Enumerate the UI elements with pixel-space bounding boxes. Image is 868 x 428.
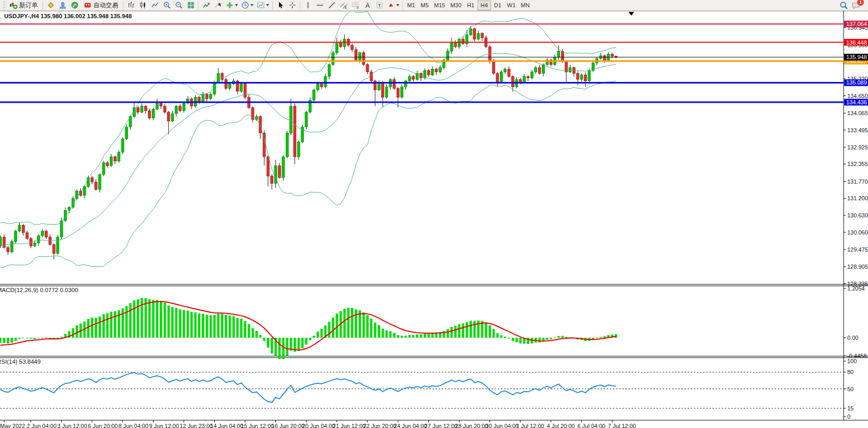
price-tick-label: 134.065 xyxy=(847,110,868,116)
market-watch-button[interactable] xyxy=(45,1,57,10)
svg-text:F: F xyxy=(357,6,359,10)
toolbar-separator xyxy=(123,1,123,9)
indicator-list-button[interactable] xyxy=(200,1,212,10)
search-icon xyxy=(839,1,848,10)
timeframe-m1-button[interactable]: M1 xyxy=(404,1,418,10)
rsi-tick-label: 15 xyxy=(847,405,853,411)
price-chart-svg[interactable]: 136.945136.360135.220134.650134.065133.4… xyxy=(0,0,868,428)
svg-text:A: A xyxy=(366,2,370,9)
timeframe-m15-button[interactable]: M15 xyxy=(431,1,447,10)
price-tick-label: 131.770 xyxy=(847,178,868,185)
accounts-button[interactable] xyxy=(57,1,68,10)
objects-list-button[interactable] xyxy=(212,1,224,10)
toolbar-right-group: 1 xyxy=(838,1,866,10)
indicator-arrow-icon xyxy=(202,1,211,9)
timeframe-h4-button[interactable]: H4 xyxy=(478,1,491,10)
time-tick-label: 20 Jun 04:00 xyxy=(302,423,335,428)
template-dropdown[interactable] xyxy=(255,1,271,10)
fibonacci-tool-button[interactable]: F xyxy=(349,1,361,10)
tile-windows-button[interactable] xyxy=(185,1,197,10)
tile-windows-icon xyxy=(187,1,195,9)
price-tick-label: 131.200 xyxy=(847,195,868,201)
zoom-out-icon xyxy=(175,1,183,9)
price-tick-label: 134.650 xyxy=(847,93,868,99)
timeframe-m5-button[interactable]: M5 xyxy=(418,1,431,10)
price-level-tag-label: 137.064 xyxy=(846,21,867,27)
period-dropdown[interactable] xyxy=(240,1,255,10)
timeframe-d1-button[interactable]: D1 xyxy=(491,1,505,10)
search-button[interactable] xyxy=(838,1,850,10)
time-tick-label: 22 Jun 20:00 xyxy=(363,423,397,428)
channel-tool-button[interactable]: E xyxy=(338,1,349,10)
toolbar-separator xyxy=(402,1,403,9)
profile-icon xyxy=(59,1,67,9)
chevron-down-icon xyxy=(396,4,399,6)
zoom-in-button[interactable] xyxy=(161,1,173,10)
chart-area[interactable]: 136.945136.360135.220134.650134.065133.4… xyxy=(0,0,868,428)
toolbar-grip xyxy=(3,1,5,9)
time-tick-label: 15 Jun 12:00 xyxy=(241,423,274,428)
trendline-tool-button[interactable] xyxy=(326,1,338,10)
time-tick-label: 6 Jul 04:00 xyxy=(578,423,606,428)
timeframe-w1-button[interactable]: W1 xyxy=(505,1,519,10)
svg-text:T: T xyxy=(378,3,381,8)
price-tick-label: 132.355 xyxy=(847,161,868,167)
zoom-out-button[interactable] xyxy=(173,1,185,10)
cursor-tool-button[interactable] xyxy=(274,1,286,10)
candlestick-chart-button[interactable] xyxy=(137,1,149,10)
add-indicator-dropdown[interactable] xyxy=(224,1,240,10)
time-tick-label: May 2022 xyxy=(0,423,25,428)
rsi-tick-label: 0 xyxy=(847,413,850,420)
text-a-icon: A xyxy=(363,1,372,9)
rsi-indicator-label: RSI(14) 53.8449 xyxy=(0,358,40,365)
time-tick-label: 8 Jun 04:00 xyxy=(119,423,149,428)
arrows-dropdown[interactable] xyxy=(385,1,401,10)
notifications-button[interactable]: 1 xyxy=(850,1,862,10)
mt4-window: 136.945136.360135.220134.650134.065133.4… xyxy=(0,0,868,428)
trendline-icon xyxy=(328,1,336,9)
crosshair-tool-button[interactable] xyxy=(286,1,298,10)
price-level-tag-label: 135.089 xyxy=(846,79,867,86)
time-tick-label: 2 Jun 04:00 xyxy=(27,423,57,428)
vertical-line-icon xyxy=(304,1,312,9)
time-tick-label: 6 Jun 20:00 xyxy=(88,423,118,428)
vertical-line-tool-button[interactable] xyxy=(302,1,314,10)
text-tool-button[interactable]: A xyxy=(361,1,373,10)
line-chart-icon xyxy=(151,1,159,9)
price-tick-label: 130.060 xyxy=(847,229,868,236)
macd-indicator-label: MACD(12,26,9) 0.0772 0.0300 xyxy=(0,287,78,293)
autotrading-button[interactable]: 自动交易 xyxy=(80,1,121,10)
candlestick-icon xyxy=(139,1,147,9)
time-tick-label: 4 Jul 20:00 xyxy=(547,423,575,428)
main-toolbar: 新订单 自动交易 xyxy=(0,0,868,11)
price-level-tag-label: 134.436 xyxy=(846,99,867,105)
macd-tick-label: 0.00 xyxy=(847,335,858,341)
template-chart-icon xyxy=(257,1,265,9)
line-chart-button[interactable] xyxy=(149,1,161,10)
time-tick-label: 21 Jun 12:00 xyxy=(333,423,366,428)
price-tick-label: 133.495 xyxy=(847,127,868,133)
horizontal-line-tool-button[interactable] xyxy=(314,1,326,10)
timeframe-m30-button[interactable]: M30 xyxy=(447,1,464,10)
time-tick-label: 14 Jun 04:00 xyxy=(211,423,244,428)
horizontal-line-icon xyxy=(316,1,324,9)
new-order-button[interactable]: 新订单 xyxy=(6,1,41,10)
time-tick-label: 30 Jun 04:00 xyxy=(486,423,519,428)
text-label-icon: T xyxy=(375,1,384,9)
price-tick-label: 128.905 xyxy=(847,264,868,270)
new-order-icon xyxy=(9,1,18,9)
toolbar-separator xyxy=(272,1,273,9)
signal-globe-icon xyxy=(71,1,79,9)
toolbar-separator xyxy=(300,1,300,9)
price-tick-label: 129.475 xyxy=(847,246,868,253)
zoom-in-icon xyxy=(163,1,171,9)
signals-button[interactable] xyxy=(68,1,80,10)
text-label-tool-button[interactable]: T xyxy=(373,1,385,10)
price-tick-label: 132.925 xyxy=(847,144,868,150)
price-level-tag-label: 135.948 xyxy=(846,54,867,60)
timeframe-mn-button[interactable]: MN xyxy=(518,1,532,10)
macd-tick-label: 1.2054 xyxy=(847,285,865,292)
timeframe-h1-button[interactable]: H1 xyxy=(464,1,478,10)
price-level-tag-label: 136.448 xyxy=(846,39,867,46)
bar-chart-button[interactable] xyxy=(125,1,137,10)
